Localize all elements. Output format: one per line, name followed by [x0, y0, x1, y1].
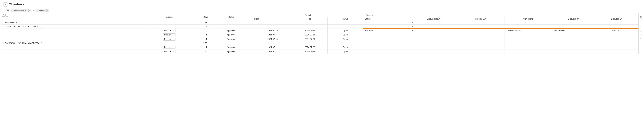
cell-period-status: Open [328, 49, 363, 54]
arrow-right-icon: → [172, 38, 174, 40]
cell-days: 2 [188, 25, 210, 29]
cell-status: Approved [210, 33, 253, 37]
chevron-right-icon: ▶ [33, 10, 34, 12]
cell-status: Approved [210, 49, 253, 54]
column-header-to[interactable]: To [292, 17, 328, 21]
filter-icon: ⧩ [640, 31, 642, 33]
cell-to: 2024-07-21 [292, 33, 328, 37]
column-header-disputed-on[interactable]: Disputed On [595, 17, 638, 21]
svg-rect-5 [8, 11, 8, 12]
cell-disputed-days[interactable]: 1 [458, 25, 504, 29]
column-header-tree [1, 13, 151, 21]
cell-disputed-on: 31/07/2024 [595, 29, 638, 33]
collapse-all-button[interactable]: − [6, 14, 8, 17]
svg-rect-3 [7, 10, 8, 11]
column-header-dispute-status[interactable]: Status [363, 17, 410, 21]
column-header-disputed-by[interactable]: Disputed By [552, 17, 595, 21]
rail-label: Columns [640, 19, 642, 26]
svg-rect-1 [7, 10, 8, 10]
cell-from: 2024-07-15 [253, 33, 292, 37]
column-header-period-status[interactable]: Status [328, 17, 363, 21]
group-pill-period[interactable]: ⠿ Period ✕ [35, 9, 49, 12]
cell-dispute-status: Resolved [363, 29, 410, 33]
cell-from: 2024-07-15 [253, 37, 292, 41]
cell-disputed-by: Gero Renker [552, 29, 595, 33]
grouping-toolbar: ⠿ Team Member ✕ ▶ ⠿ Period ✕ [1, 8, 643, 13]
remove-group-icon[interactable]: ✕ [46, 9, 48, 12]
group-pill-label: Team Member [14, 9, 27, 12]
column-header-days[interactable]: Days [188, 13, 210, 21]
column-header-status[interactable]: Status [210, 13, 253, 21]
page-title: Timesheets [9, 3, 24, 6]
cell-from: 2024-07-22 [253, 49, 292, 54]
drag-grip-icon: ⠿ [37, 10, 38, 12]
cell-comments: I believe Alex wa... [504, 29, 552, 33]
cell-status: Approved [210, 37, 253, 41]
table-row: Dispute→ 1 Approved 2024-07-22 2024-07-2… [1, 45, 638, 49]
timesheets-grid: Dispute Days Status Period Dispute From … [1, 13, 638, 54]
dispute-button-label: Dispute [164, 50, 171, 53]
column-group-period: Period [253, 13, 363, 17]
arrow-left-icon: ← [4, 3, 6, 6]
dispute-button-label: Dispute [164, 29, 171, 32]
rail-filters-button[interactable]: ⧩ Filters [640, 31, 642, 39]
dispute-button[interactable]: Dispute→ [163, 33, 176, 36]
cell-to: 2024-07-21 [292, 29, 328, 33]
cell-days: 1 [188, 37, 210, 41]
column-header-from[interactable]: From [253, 17, 292, 21]
table-row: Dispute→ 1 Approved 2024-07-15 2024-07-2… [1, 37, 638, 41]
cell-days: 0.75 [188, 49, 210, 54]
column-header-comments[interactable]: Comments [504, 17, 552, 21]
cell-days: 3.75 [188, 21, 210, 25]
cell-days: 1 [188, 33, 210, 37]
page-header: ← Timesheets [1, 1, 643, 8]
cell-disputed-days[interactable]: 1 [458, 29, 504, 33]
dispute-button-label: Dispute [164, 34, 171, 36]
cell-status: Approved [210, 45, 253, 49]
table-row: Dispute→ 0 Approved 2024-07-15 2024-07-2… [1, 29, 638, 33]
dispute-button[interactable]: Dispute→ [163, 38, 176, 41]
cell-period-status: Open [328, 29, 363, 33]
group-row-member[interactable]: ⌄Alex Wilber (5) 3.75 8 1 [1, 21, 638, 25]
cell-to: 2024-07-28 [292, 49, 328, 54]
drag-grip-icon: ⠿ [12, 10, 13, 12]
cell-status: Approved [210, 29, 253, 33]
chevron-down-icon: ⌄ [2, 25, 4, 28]
chevron-down-icon: ⌄ [2, 22, 4, 24]
back-button[interactable]: ← [3, 3, 8, 7]
group-pill-team-member[interactable]: ⠿ Team Member ✕ [10, 9, 32, 12]
dispute-button[interactable]: Dispute→ [163, 50, 176, 53]
group-label: Alex Wilber (5) [5, 22, 18, 24]
remove-group-icon[interactable]: ✕ [28, 9, 30, 12]
dispute-button[interactable]: Dispute→ [163, 29, 176, 32]
arrow-right-icon: → [172, 50, 174, 53]
cell-to: 2024-07-28 [292, 45, 328, 49]
group-row-period[interactable]: ⌄TS2024/29 - 15/07/2024 to 21/07/2024 (3… [1, 25, 638, 29]
column-header-disputed-days[interactable]: Disputed Days [458, 17, 504, 21]
rail-label: Filters [640, 34, 642, 39]
rail-columns-button[interactable]: ▥ Columns [640, 16, 642, 26]
cell-disputed-hours: 8 [410, 29, 457, 33]
table-row: Dispute→ 1 Approved 2024-07-15 2024-07-2… [1, 33, 638, 37]
arrow-right-icon: → [172, 29, 174, 32]
chevron-down-icon: ⌄ [2, 42, 4, 44]
svg-rect-0 [6, 10, 7, 10]
column-header-disputed-hours[interactable]: Disputed Hours [410, 17, 457, 21]
column-group-dispute: Dispute [363, 13, 638, 17]
expand-all-button[interactable]: + [2, 14, 5, 17]
table-row: Dispute→ 0.75 Approved 2024-07-22 2024-0… [1, 49, 638, 54]
arrow-right-icon: → [172, 34, 174, 36]
dispute-button[interactable]: Dispute→ [163, 46, 176, 49]
cell-days: 1.75 [188, 41, 210, 45]
cell-to: 2024-07-21 [292, 37, 328, 41]
cell-disputed-days[interactable]: 1 [458, 21, 504, 25]
group-label: TS2024/29 - 15/07/2024 to 21/07/2024 (3) [5, 26, 42, 28]
cell-period-status: Open [328, 45, 363, 49]
list-tree-icon[interactable] [6, 9, 9, 12]
column-header-dispute-action[interactable]: Dispute [150, 13, 188, 21]
cell-disputed-hours: 8 [410, 21, 457, 25]
cell-days: 1 [188, 45, 210, 49]
cell-from: 2024-07-22 [253, 45, 292, 49]
group-row-period[interactable]: ⌄TS2024/30 - 22/07/2024 to 28/07/2024 (2… [1, 41, 638, 45]
cell-period-status: Open [328, 37, 363, 41]
